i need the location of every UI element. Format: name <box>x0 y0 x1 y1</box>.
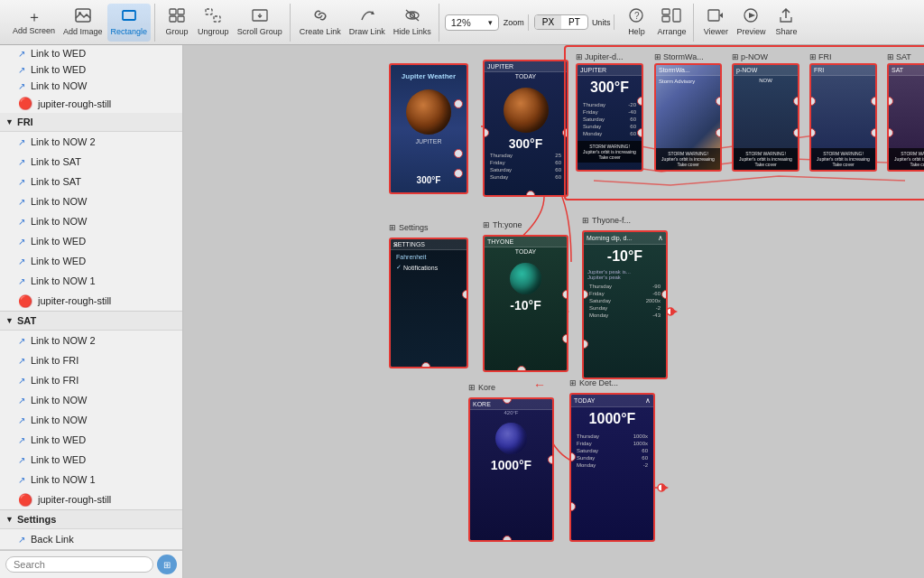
hotspot[interactable] <box>809 128 816 137</box>
zoom-box[interactable]: 12% ▾ <box>445 14 499 31</box>
hotspot[interactable] <box>637 97 643 106</box>
units-pt-button[interactable]: PT <box>561 15 587 29</box>
hotspot[interactable] <box>526 191 535 197</box>
search-filter-button[interactable]: ⊞ <box>157 555 177 574</box>
sidebar-item-app-fri[interactable]: 🔴 jupiter-rough-still <box>0 291 182 311</box>
hide-links-button[interactable]: Hide Links <box>390 4 435 42</box>
section-header-sat[interactable]: ▼ SAT <box>0 312 182 331</box>
sidebar-item-link-sat-fri-2[interactable]: ↗ Link to SAT <box>0 172 182 191</box>
add-image-button[interactable]: Add Image <box>60 4 106 42</box>
share-button[interactable]: Share <box>770 4 802 42</box>
hotspot[interactable] <box>462 290 468 299</box>
hotspot[interactable] <box>562 290 568 299</box>
viewer-button[interactable]: Viewer <box>699 4 732 42</box>
scroll-group-label: Scroll Group <box>237 27 282 36</box>
hotspot[interactable] <box>562 334 568 343</box>
screen-welcome[interactable]: ⌂ Welcome Jupiter Weather JUPITER 300°F <box>389 63 468 194</box>
hotspot[interactable] <box>809 97 816 106</box>
sidebar-item-app-top[interactable]: 🔴 jupiter-rough-still <box>0 94 182 113</box>
hotspot[interactable] <box>454 169 463 178</box>
screen-now[interactable]: p-NOW NOW STORM WARNING!Jupiter's orbit … <box>732 63 799 172</box>
sidebar-item-link-fri-sat-1[interactable]: ↗ Link to FRI <box>0 350 182 370</box>
sidebar-item-link-now-fri-2[interactable]: ↗ Link to NOW <box>0 211 182 231</box>
hotspot[interactable] <box>793 128 799 137</box>
screen-storm[interactable]: StormWa... Storm Advisory STORM WARNING!… <box>654 63 722 172</box>
sidebar-item-link-now1-sat[interactable]: ↗ Link to NOW 1 <box>0 470 182 489</box>
hotspot[interactable] <box>661 290 668 299</box>
kore-temp: 1000°F <box>470 458 552 472</box>
canvas[interactable]: ⌂ Welcome Jupiter Weather JUPITER 300°F … <box>183 45 924 578</box>
sidebar-item-link-wed-sat-1[interactable]: ↗ Link to WED <box>0 430 182 450</box>
hotspot[interactable] <box>548 455 554 464</box>
hotspot[interactable] <box>454 99 463 108</box>
hotspot[interactable] <box>517 366 526 372</box>
sidebar-section-settings: ▼ Settings ↗ Back Link <box>0 510 182 550</box>
sidebar-item-link-now-sat-1[interactable]: ↗ Link to NOW <box>0 390 182 410</box>
sidebar-item-link-now-top[interactable]: ↗ Link to NOW <box>0 78 182 94</box>
sidebar-item-back-link[interactable]: ↗ Back Link <box>0 529 182 549</box>
hotspot[interactable] <box>871 97 877 106</box>
sidebar-item-link-wed-sat-2[interactable]: ↗ Link to WED <box>0 450 182 470</box>
search-input[interactable] <box>5 556 153 573</box>
screen-kore[interactable]: KORE 420°F 1000°F <box>468 397 554 542</box>
create-link-button[interactable]: Create Link <box>296 4 345 42</box>
sidebar-item-link-fri-sat-2[interactable]: ↗ Link to FRI <box>0 370 182 390</box>
settings-wrapper: ⊞ Settings SETTINGS Fahrenheit ✓ Notific… <box>389 238 468 368</box>
svg-rect-19 <box>673 9 680 22</box>
group-button[interactable]: Group <box>161 4 193 42</box>
hotspot[interactable] <box>503 536 512 542</box>
jupd-forecast: Thursday-20 Friday-40 Saturday60 Sunday6… <box>578 99 642 139</box>
draw-link-button[interactable]: Draw Link <box>346 4 389 42</box>
units-px-button[interactable]: PX <box>535 15 561 29</box>
hotspot[interactable] <box>871 128 877 137</box>
section-header-settings[interactable]: ▼ Settings <box>0 510 182 529</box>
help-button[interactable]: ? Help <box>620 4 652 42</box>
add-screen-button[interactable]: ＋ Add Screen <box>9 4 59 42</box>
help-label: Help <box>628 27 645 36</box>
sidebar-item-link-now2-fri[interactable]: ↗ Link to NOW 2 <box>0 132 182 152</box>
hotspot[interactable] <box>716 97 722 106</box>
forecast-row: Saturday60 <box>581 116 638 123</box>
scroll-group-button[interactable]: Scroll Group <box>234 4 286 42</box>
rectangle-button[interactable]: Rectangle <box>107 4 152 42</box>
screen-jupiter-home[interactable]: ⊞ Jupiter-home JUPITER TODAY 300°F Thurs… <box>483 60 568 197</box>
sidebar-item-link-wed-fri-2[interactable]: ↗ Link to WED <box>0 251 182 271</box>
app-icon: 🔴 <box>18 97 32 110</box>
screen-fri[interactable]: FRI STORM WARNING!Jupiter's orbit is inc… <box>809 63 877 172</box>
forecast-row: Saturday60 <box>488 166 563 173</box>
hotspot[interactable] <box>887 97 893 106</box>
screen-thyone-f[interactable]: Morning dip, d... ∧ -10°F Jupiter's peak… <box>582 230 668 379</box>
sidebar-item-link-now1-fri[interactable]: ↗ Link to NOW 1 <box>0 271 182 291</box>
sidebar-item-link-now-sat-2[interactable]: ↗ Link to NOW <box>0 410 182 430</box>
hotspot[interactable] <box>716 128 722 137</box>
thyone-title: THYONE <box>485 237 567 247</box>
sidebar-item-link-wed-1[interactable]: ↗ Link to WED <box>0 45 182 61</box>
svg-rect-17 <box>662 9 670 14</box>
screen-sat[interactable]: SAT ✕ STORM WARNING!Jupiter's orbit is i… <box>887 63 924 172</box>
sidebar-item-app-sat[interactable]: 🔴 jupiter-rough-still <box>0 489 182 509</box>
hotspot[interactable] <box>793 97 799 106</box>
screen-settings[interactable]: SETTINGS Fahrenheit ✓ Notifications ✕ <box>389 238 468 368</box>
hotspot[interactable] <box>421 362 430 368</box>
preview-button[interactable]: Preview <box>733 4 769 42</box>
sidebar-item-link-sat-fri-1[interactable]: ↗ Link to SAT <box>0 152 182 172</box>
thyonef-title: Morning dip, d... ∧ <box>584 232 666 245</box>
hotspot[interactable] <box>454 149 463 158</box>
sidebar-item-link-now2-sat[interactable]: ↗ Link to NOW 2 <box>0 331 182 350</box>
sidebar-item-link-now-fri-1[interactable]: ↗ Link to NOW <box>0 191 182 211</box>
sidebar-item-link-wed-2[interactable]: ↗ Link to WED <box>0 61 182 78</box>
screen-kore-det[interactable]: TODAY ∧ 1000°F Thursday1000x Friday1000x… <box>569 393 655 542</box>
jupd-title: JUPITER <box>578 65 642 76</box>
ungroup-button[interactable]: Ungroup <box>194 4 233 42</box>
screen-icon: ⊞ <box>569 378 577 387</box>
sidebar-item-link-wed-fri-1[interactable]: ↗ Link to WED <box>0 231 182 251</box>
arrange-button[interactable]: Arrange <box>653 4 689 42</box>
link-icon: ↗ <box>18 415 25 425</box>
hotspot[interactable] <box>887 128 893 137</box>
hotspot[interactable] <box>637 128 643 137</box>
thyonef-temp: -10°F <box>584 245 666 268</box>
screen-thyone[interactable]: THYONE TODAY -10°F <box>483 235 568 372</box>
screen-jupd[interactable]: JUPITER 300°F Thursday-20 Friday-40 Satu… <box>576 63 643 172</box>
sidebar-item-label: Link to WED <box>31 64 86 75</box>
section-header-fri[interactable]: ▼ FRI <box>0 113 182 132</box>
